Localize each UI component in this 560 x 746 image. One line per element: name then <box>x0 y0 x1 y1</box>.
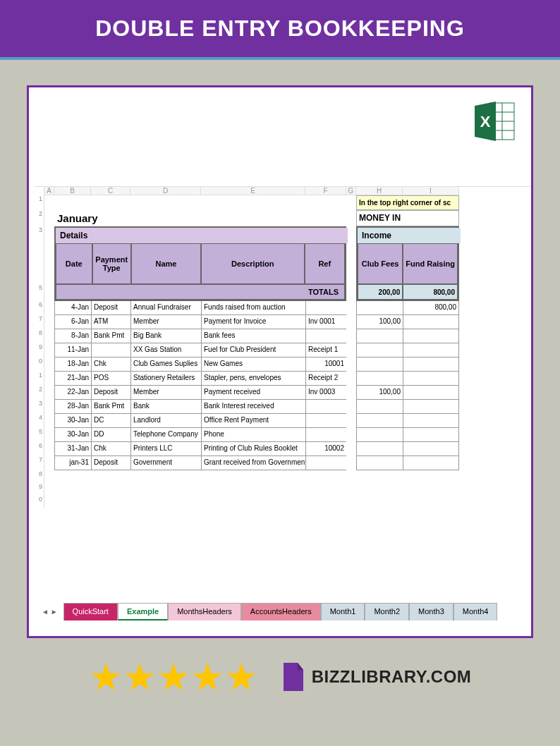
cell-fund-raising[interactable] <box>403 442 459 456</box>
cell-date[interactable]: 8-Jan <box>54 329 91 343</box>
cell-name[interactable]: Bank <box>130 400 201 414</box>
cell-ref[interactable]: Receipt 1 <box>305 343 346 357</box>
col-D[interactable]: D <box>130 187 201 195</box>
cell-date[interactable]: 30-Jan <box>54 414 91 428</box>
cell-club-fees[interactable] <box>356 372 403 386</box>
table-row[interactable]: 88-JanBank PmtBig BankBank fees <box>35 329 531 343</box>
table-row[interactable]: 222-JanDepositMemberPayment receivedInv … <box>35 386 531 400</box>
cell-desc[interactable]: Office Rent Payment <box>201 414 305 428</box>
cell-ptype[interactable]: DD <box>91 428 130 442</box>
cell-name[interactable]: Printers LLC <box>130 442 201 456</box>
table-row[interactable]: 911-JanXX Gas StationFuel for Club Presi… <box>35 343 531 357</box>
sheet-tab-month1[interactable]: Month1 <box>321 603 365 620</box>
sheet-tab-quickstart[interactable]: QuickStart <box>63 603 118 620</box>
cell-date[interactable]: 4-Jan <box>54 301 91 315</box>
cell-date[interactable]: 22-Jan <box>54 386 91 400</box>
cell-desc[interactable]: Bank fees <box>201 329 305 343</box>
cell-club-fees[interactable] <box>356 301 403 315</box>
sheet-tab-accountsheaders[interactable]: AccountsHeaders <box>241 603 321 620</box>
cell-ptype[interactable]: DC <box>91 414 130 428</box>
cell-name[interactable]: Annual Fundraiser <box>130 301 201 315</box>
cell-name[interactable]: Stationery Retailers <box>130 372 201 386</box>
cell-fund-raising[interactable] <box>403 414 459 428</box>
col-F[interactable]: F <box>305 187 346 195</box>
cell-fund-raising[interactable] <box>403 386 459 400</box>
cell-club-fees[interactable] <box>356 400 403 414</box>
cell-ptype[interactable]: ATM <box>91 315 130 329</box>
cell-ref[interactable]: 10001 <box>305 357 346 372</box>
cell-ref[interactable] <box>305 400 346 414</box>
cell-fund-raising[interactable] <box>403 372 459 386</box>
cell-club-fees[interactable]: 100,00 <box>356 315 403 329</box>
table-row[interactable]: 018-JanChkClub Games SupliesNew Games100… <box>35 357 531 372</box>
cell-ptype[interactable]: Deposit <box>91 301 130 315</box>
cell-club-fees[interactable] <box>356 357 403 372</box>
cell-date[interactable]: 6-Jan <box>54 315 91 329</box>
cell-name[interactable]: Landlord <box>130 414 201 428</box>
cell-fund-raising[interactable] <box>403 428 459 442</box>
sheet-tab-month3[interactable]: Month3 <box>409 603 454 620</box>
cell-date[interactable]: jan-31 <box>54 456 91 470</box>
table-row[interactable]: 631-JanChkPrinters LLCPrinting of Club R… <box>35 442 531 456</box>
cell-ref[interactable]: 10002 <box>305 442 346 456</box>
cell-date[interactable]: 31-Jan <box>54 442 91 456</box>
table-row[interactable]: 64-JanDepositAnnual FundraiserFunds rais… <box>35 301 531 315</box>
cell-ptype[interactable]: Bank Pmt <box>91 400 130 414</box>
cell-name[interactable]: XX Gas Station <box>130 343 201 357</box>
cell-ptype[interactable]: Chk <box>91 442 130 456</box>
cell-ref[interactable]: Inv 0003 <box>305 386 346 400</box>
table-row[interactable]: 121-JanPOSStationery RetailersStapler, p… <box>35 372 531 386</box>
month-label[interactable]: January <box>54 210 130 226</box>
table-row[interactable]: 328-JanBank PmtBankBank Interest receive… <box>35 400 531 414</box>
cell-club-fees[interactable] <box>356 343 403 357</box>
cell-name[interactable]: Big Bank <box>130 329 201 343</box>
note-cell[interactable]: In the top right corner of sc <box>356 195 459 210</box>
col-E[interactable]: E <box>201 187 305 195</box>
table-row[interactable]: 7jan-31DepositGovernmentGrant received f… <box>35 456 531 470</box>
cell-desc[interactable]: New Games <box>201 357 305 372</box>
cell-name[interactable]: Member <box>130 315 201 329</box>
cell-ref[interactable] <box>305 301 346 315</box>
cell-ptype[interactable]: POS <box>91 372 130 386</box>
cell-desc[interactable]: Stapler, pens, envelopes <box>201 372 305 386</box>
cell-club-fees[interactable] <box>356 414 403 428</box>
cell-fund-raising[interactable] <box>403 456 459 470</box>
cell-club-fees[interactable] <box>356 442 403 456</box>
cell-ref[interactable] <box>305 428 346 442</box>
table-row[interactable]: 530-JanDDTelephone CompanyPhone <box>35 428 531 442</box>
cell-name[interactable]: Member <box>130 386 201 400</box>
cell-date[interactable]: 28-Jan <box>54 400 91 414</box>
sheet-tab-example[interactable]: Example <box>118 603 168 620</box>
cell-fund-raising[interactable] <box>403 329 459 343</box>
cell-ptype[interactable] <box>91 343 130 357</box>
money-in-label[interactable]: MONEY IN <box>356 210 459 226</box>
cell-fund-raising[interactable] <box>403 400 459 414</box>
cell-ptype[interactable]: Chk <box>91 357 130 372</box>
cell-date[interactable]: 30-Jan <box>54 428 91 442</box>
cell-club-fees[interactable] <box>356 456 403 470</box>
cell-ptype[interactable]: Deposit <box>91 456 130 470</box>
cell-ptype[interactable]: Deposit <box>91 386 130 400</box>
cell-ref[interactable] <box>305 456 346 470</box>
cell-fund-raising[interactable] <box>403 315 459 329</box>
cell-desc[interactable]: Payment received <box>201 386 305 400</box>
cell-date[interactable]: 11-Jan <box>54 343 91 357</box>
cell-desc[interactable]: Bank Interest received <box>201 400 305 414</box>
table-row[interactable]: 430-JanDCLandlordOffice Rent Payment <box>35 414 531 428</box>
cell-desc[interactable]: Payment for Invoice <box>201 315 305 329</box>
cell-club-fees[interactable] <box>356 428 403 442</box>
cell-date[interactable]: 18-Jan <box>54 357 91 372</box>
sheet-tab-month4[interactable]: Month4 <box>454 603 498 620</box>
cell-fund-raising[interactable]: 800,00 <box>403 301 459 315</box>
cell-desc[interactable]: Fuel for Club President <box>201 343 305 357</box>
col-C[interactable]: C <box>91 187 130 195</box>
cell-name[interactable]: Club Games Suplies <box>130 357 201 372</box>
cell-name[interactable]: Telephone Company <box>130 428 201 442</box>
cell-ref[interactable]: Inv 0001 <box>305 315 346 329</box>
col-A[interactable]: A <box>44 187 54 195</box>
cell-club-fees[interactable]: 100,00 <box>356 386 403 400</box>
cell-date[interactable]: 21-Jan <box>54 372 91 386</box>
tab-nav[interactable]: ◄ ► <box>42 608 58 616</box>
cell-desc[interactable]: Phone <box>201 428 305 442</box>
cell-ref[interactable] <box>305 329 346 343</box>
